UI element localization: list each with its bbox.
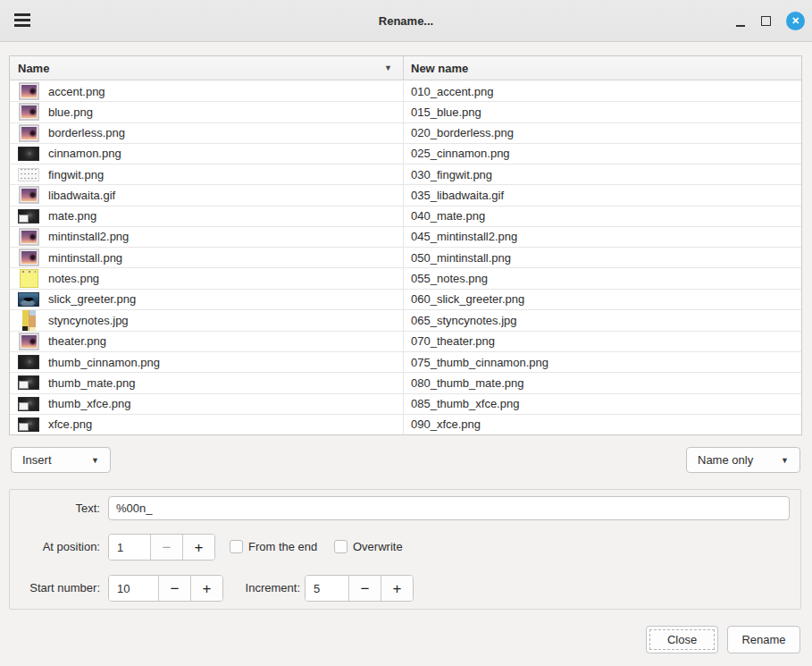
- new-name-cell: 075_thumb_cinnamon.png: [404, 352, 801, 372]
- file-name-text: mintinstall.png: [48, 251, 122, 265]
- close-window-icon[interactable]: ✕: [786, 12, 805, 30]
- new-name-cell: 070_theater.png: [404, 332, 801, 351]
- file-name-cell: thumb_mate.png: [10, 373, 404, 392]
- from-the-end-checkbox[interactable]: From the end: [230, 540, 317, 553]
- table-row[interactable]: styncynotes.jpg 065_styncynotes.jpg: [10, 310, 801, 332]
- column-header-name-label: Name: [18, 62, 49, 75]
- position-decrement-button[interactable]: −: [150, 535, 182, 560]
- table-row[interactable]: thumb_cinnamon.png 075_thumb_cinnamon.pn…: [10, 352, 801, 373]
- table-row[interactable]: cinnamon.png 025_cinnamon.png: [10, 144, 801, 164]
- position-spinner: − +: [108, 534, 215, 561]
- table-row[interactable]: notes.png 055_notes.png: [10, 268, 801, 289]
- increment-increment-button[interactable]: +: [381, 576, 413, 601]
- start-number-field-label: Start number:: [10, 581, 100, 594]
- from-the-end-label: From the end: [248, 540, 317, 553]
- new-name-cell: 040_mate.png: [404, 207, 801, 226]
- file-thumbnail-icon: [18, 417, 39, 432]
- column-header-new-name[interactable]: New name: [404, 56, 801, 80]
- close-button[interactable]: Close: [646, 626, 718, 653]
- file-name-text: thumb_cinnamon.png: [48, 356, 160, 369]
- minimize-icon[interactable]: [735, 13, 746, 30]
- chevron-down-icon: ▼: [91, 456, 99, 465]
- rename-button[interactable]: Rename: [727, 626, 800, 653]
- table-row[interactable]: theater.png 070_theater.png: [10, 332, 801, 352]
- file-name-text: theater.png: [48, 334, 106, 348]
- new-name-text: 030_fingwit.png: [411, 168, 492, 181]
- table-row[interactable]: mate.png 040_mate.png: [10, 207, 801, 227]
- table-row[interactable]: thumb_mate.png 080_thumb_mate.png: [10, 373, 801, 393]
- table-header: Name ▼ New name: [10, 56, 801, 80]
- new-name-text: 065_styncynotes.jpg: [411, 314, 517, 327]
- scope-dropdown[interactable]: Name only ▼: [686, 447, 800, 473]
- new-name-text: 055_notes.png: [411, 272, 488, 285]
- file-thumbnail-icon: [19, 249, 39, 266]
- file-thumbnail-icon: [19, 103, 39, 121]
- new-name-cell: 050_mintinstall.png: [404, 248, 801, 267]
- new-name-cell: 090_xfce.png: [404, 415, 801, 434]
- window-title: Rename...: [0, 0, 812, 42]
- file-name-cell: accent.png: [10, 81, 404, 101]
- file-thumbnail-icon: [20, 269, 38, 288]
- file-name-text: thumb_mate.png: [48, 376, 136, 390]
- start-number-decrement-button[interactable]: −: [158, 576, 190, 601]
- file-thumbnail-icon: [18, 147, 39, 161]
- new-name-cell: 025_cinnamon.png: [404, 144, 801, 164]
- table-row[interactable]: fingwit.png 030_fingwit.png: [10, 164, 801, 185]
- position-field-label: At position:: [10, 540, 100, 553]
- column-header-name[interactable]: Name ▼: [10, 56, 404, 80]
- file-name-text: styncynotes.jpg: [48, 314, 129, 327]
- file-name-cell: borderless.png: [10, 123, 404, 143]
- menu-icon[interactable]: [14, 13, 30, 28]
- rename-preview-table: Name ▼ New name accent.png 010_accent.pn…: [9, 55, 802, 435]
- increment-decrement-button[interactable]: −: [348, 576, 381, 601]
- new-name-text: 080_thumb_mate.png: [411, 376, 523, 390]
- new-name-text: 075_thumb_cinnamon.png: [411, 356, 548, 369]
- file-thumbnail-icon: [19, 228, 39, 246]
- file-name-text: accent.png: [48, 85, 105, 98]
- new-name-text: 090_xfce.png: [411, 417, 481, 431]
- chevron-down-icon: ▼: [781, 456, 789, 465]
- increment-input[interactable]: [306, 576, 348, 601]
- file-name-text: slick_greeter.png: [48, 292, 136, 306]
- file-name-cell: libadwaita.gif: [10, 185, 404, 205]
- file-name-text: libadwaita.gif: [48, 189, 115, 202]
- table-row[interactable]: mintinstall2.png 045_mintinstall2.png: [10, 227, 801, 248]
- table-body: accent.png 010_accent.png blue.png 015_b…: [10, 81, 801, 434]
- table-row[interactable]: borderless.png 020_borderless.png: [10, 123, 801, 144]
- text-input[interactable]: [108, 496, 790, 520]
- file-thumbnail-icon: [18, 292, 39, 307]
- position-increment-button[interactable]: +: [182, 535, 214, 560]
- insert-mode-dropdown[interactable]: Insert ▼: [11, 447, 111, 473]
- file-name-cell: styncynotes.jpg: [10, 310, 404, 331]
- new-name-text: 020_borderless.png: [411, 126, 514, 139]
- file-name-text: notes.png: [48, 272, 99, 285]
- file-name-text: cinnamon.png: [48, 147, 121, 160]
- overwrite-checkbox[interactable]: Overwrite: [334, 540, 403, 553]
- file-name-text: mintinstall2.png: [48, 230, 129, 243]
- new-name-text: 025_cinnamon.png: [411, 147, 510, 160]
- file-name-text: fingwit.png: [48, 168, 104, 181]
- position-input[interactable]: [109, 535, 150, 560]
- checkbox-box-icon: [230, 540, 243, 553]
- table-row[interactable]: xfce.png 090_xfce.png: [10, 415, 801, 434]
- new-name-text: 050_mintinstall.png: [411, 251, 511, 265]
- file-name-text: thumb_xfce.png: [48, 397, 131, 410]
- new-name-cell: 030_fingwit.png: [404, 164, 801, 184]
- new-name-text: 060_slick_greeter.png: [411, 292, 524, 306]
- start-number-input[interactable]: [109, 576, 158, 601]
- table-row[interactable]: accent.png 010_accent.png: [10, 81, 801, 102]
- file-name-cell: xfce.png: [10, 415, 404, 434]
- table-row[interactable]: libadwaita.gif 035_libadwaita.gif: [10, 185, 801, 206]
- scope-label: Name only: [698, 453, 753, 467]
- table-row[interactable]: blue.png 015_blue.png: [10, 102, 801, 122]
- table-row[interactable]: mintinstall.png 050_mintinstall.png: [10, 248, 801, 268]
- file-name-text: xfce.png: [48, 417, 92, 431]
- file-thumbnail-icon: [18, 168, 39, 181]
- table-row[interactable]: slick_greeter.png 060_slick_greeter.png: [10, 290, 801, 310]
- file-name-cell: theater.png: [10, 332, 404, 351]
- file-thumbnail-icon: [19, 124, 39, 142]
- file-name-cell: slick_greeter.png: [10, 290, 404, 309]
- table-row[interactable]: thumb_xfce.png 085_thumb_xfce.png: [10, 394, 801, 415]
- text-field-label: Text:: [10, 502, 100, 515]
- maximize-icon[interactable]: [761, 16, 771, 26]
